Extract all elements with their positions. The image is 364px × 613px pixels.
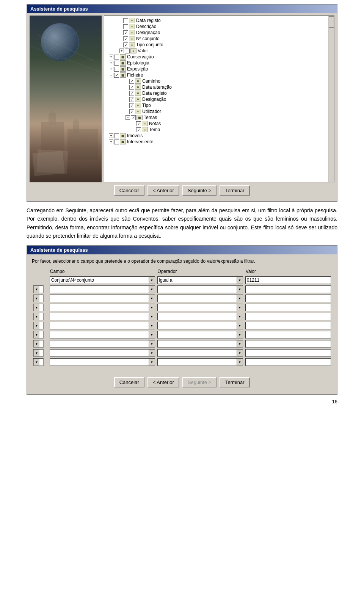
filter-valor-input-3[interactable] [245,295,331,302]
filter-op-combo-4[interactable]: ▼ [157,304,243,311]
tree-checkbox[interactable] [123,24,128,29]
filter-logic-arrow-10[interactable]: ▼ [33,359,39,365]
dialog1-anterior-button[interactable]: < Anterior [147,185,179,196]
filter-op-arrow-5[interactable]: ▼ [237,313,243,320]
tree-checkbox[interactable] [129,79,134,84]
filter-op-input-1[interactable] [158,277,237,284]
filter-logic-arrow-9[interactable]: ▼ [33,350,39,356]
dialog2-terminar-button[interactable]: Terminar [220,377,250,387]
filter-campo-arrow-9[interactable]: ▼ [149,350,155,356]
filter-op-combo-1[interactable]: ▼ [157,276,243,284]
filter-op-arrow-8[interactable]: ▼ [237,340,243,347]
filter-op-combo-10[interactable]: ▼ [157,358,243,366]
tree-checkbox[interactable] [123,18,128,23]
dialog1-cancelar-button[interactable]: Cancelar [114,185,144,196]
filter-op-input-8[interactable] [158,340,237,347]
filter-op-combo-9[interactable]: ▼ [157,349,243,357]
tree-checkbox[interactable] [123,42,128,47]
tree-checkbox[interactable] [129,85,134,90]
filter-logic-combo-6[interactable]: ▼ [33,322,44,329]
filter-campo-arrow-10[interactable]: ▼ [149,359,155,365]
filter-logic-combo-4[interactable]: ▼ [33,304,44,311]
filter-campo-arrow-7[interactable]: ▼ [149,331,155,338]
filter-campo-arrow-2[interactable]: ▼ [149,286,155,293]
filter-op-input-3[interactable] [158,295,237,302]
filter-campo-input-2[interactable] [50,286,149,293]
dialog1-terminar-button[interactable]: Terminar [220,185,250,196]
filter-campo-arrow-1[interactable]: ▼ [149,277,155,284]
tree-checkbox[interactable] [129,97,134,102]
dialog2-cancelar-button[interactable]: Cancelar [114,377,144,387]
filter-logic-arrow-4[interactable]: ▼ [33,304,39,311]
filter-op-input-9[interactable] [158,350,237,356]
filter-valor-input-8[interactable] [245,340,331,348]
tree-expand-exposicao[interactable]: + [109,67,113,71]
filter-op-arrow-10[interactable]: ▼ [237,359,243,365]
tree-checkbox[interactable] [123,36,128,41]
filter-op-combo-5[interactable]: ▼ [157,313,243,320]
filter-logic-combo-5[interactable]: ▼ [33,313,44,320]
filter-campo-combo-2[interactable]: ▼ [50,285,155,293]
filter-logic-combo-2[interactable]: ▼ [33,285,44,293]
filter-logic-arrow-5[interactable]: ▼ [33,313,39,320]
filter-valor-input-5[interactable] [245,313,331,320]
filter-op-combo-6[interactable]: ▼ [157,322,243,329]
filter-logic-arrow-8[interactable]: ▼ [33,340,39,347]
filter-campo-input-10[interactable] [50,359,149,365]
filter-valor-input-6[interactable] [245,322,331,329]
tree-checkbox[interactable] [131,115,136,120]
filter-op-combo-7[interactable]: ▼ [157,331,243,339]
tree-checkbox[interactable] [114,73,119,78]
filter-campo-combo-4[interactable]: ▼ [50,304,155,311]
tree-checkbox[interactable] [129,103,134,108]
filter-op-combo-8[interactable]: ▼ [157,340,243,348]
filter-campo-combo-6[interactable]: ▼ [50,322,155,329]
tree-expand-imoveis[interactable]: + [109,133,113,138]
filter-op-arrow-1[interactable]: ▼ [237,277,243,284]
tree-expand-valor[interactable]: + [119,49,124,53]
filter-campo-combo-5[interactable]: ▼ [50,313,155,320]
tree-checkbox[interactable] [114,55,119,60]
filter-campo-combo-1[interactable]: ▼ [50,276,155,284]
filter-op-arrow-3[interactable]: ▼ [237,295,243,302]
filter-logic-arrow-7[interactable]: ▼ [33,331,39,338]
filter-logic-arrow-2[interactable]: ▼ [33,286,39,293]
tree-checkbox[interactable] [136,127,141,132]
tree-expand-epistologia[interactable]: + [109,61,113,65]
filter-op-input-4[interactable] [158,304,237,311]
filter-campo-input-6[interactable] [50,322,149,329]
filter-campo-combo-10[interactable]: ▼ [50,358,155,366]
filter-campo-input-5[interactable] [50,313,149,320]
filter-campo-arrow-8[interactable]: ▼ [149,340,155,347]
filter-logic-combo-10[interactable]: ▼ [33,358,44,366]
filter-valor-input-1[interactable] [245,276,331,284]
tree-scrollbar[interactable] [328,16,334,182]
filter-op-input-5[interactable] [158,313,237,320]
filter-campo-arrow-4[interactable]: ▼ [149,304,155,311]
filter-campo-input-8[interactable] [50,340,149,347]
filter-op-arrow-6[interactable]: ▼ [237,322,243,329]
filter-op-combo-2[interactable]: ▼ [157,285,243,293]
filter-op-input-7[interactable] [158,331,237,338]
tree-checkbox[interactable] [114,61,119,66]
dialog2-anterior-button[interactable]: < Anterior [147,377,179,387]
filter-valor-input-2[interactable] [245,285,331,293]
filter-op-arrow-7[interactable]: ▼ [237,331,243,338]
tree-checkbox[interactable] [136,121,141,126]
filter-campo-input-7[interactable] [50,331,149,338]
filter-op-combo-3[interactable]: ▼ [157,295,243,302]
filter-campo-combo-8[interactable]: ▼ [50,340,155,348]
filter-campo-input-4[interactable] [50,304,149,311]
scrollbar-thumb[interactable] [329,16,334,28]
filter-campo-combo-7[interactable]: ▼ [50,331,155,339]
filter-logic-combo-7[interactable]: ▼ [33,331,44,339]
tree-checkbox[interactable] [114,67,119,72]
tree-checkbox[interactable] [123,30,128,35]
filter-campo-input-3[interactable] [50,295,149,302]
filter-valor-input-4[interactable] [245,304,331,311]
filter-op-input-2[interactable] [158,286,237,293]
filter-op-input-10[interactable] [158,359,237,365]
filter-op-arrow-4[interactable]: ▼ [237,304,243,311]
filter-valor-input-9[interactable] [245,349,331,357]
tree-checkbox[interactable] [129,91,134,96]
